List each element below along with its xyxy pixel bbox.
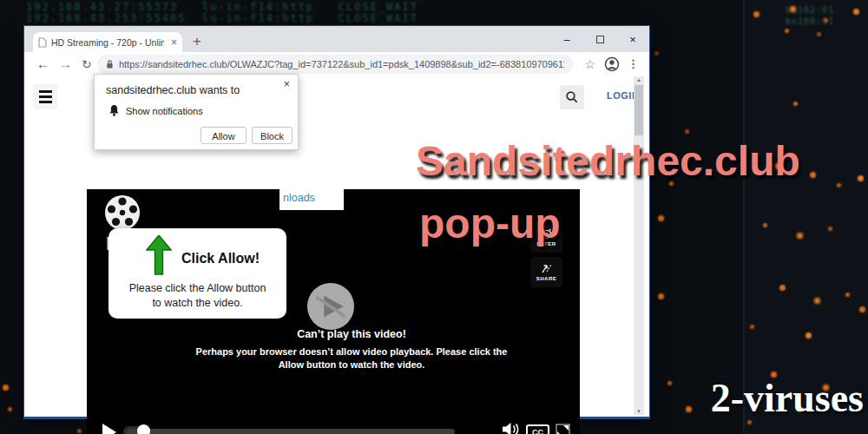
notification-bell-icon <box>108 104 120 117</box>
progress-handle[interactable] <box>137 424 150 434</box>
background-divider <box>743 0 745 434</box>
new-tab-button[interactable]: + <box>193 31 201 52</box>
tooltip-text: to watch the video. <box>108 297 286 309</box>
scroll-up-icon[interactable]: ▲ <box>634 77 644 82</box>
menu-button[interactable] <box>33 84 57 109</box>
profile-avatar-icon <box>604 56 620 72</box>
volume-button[interactable] <box>502 422 521 434</box>
tooltip-title: Click Allow! <box>181 251 260 266</box>
maximize-button[interactable] <box>583 33 616 46</box>
share-label: SHARE <box>536 276 557 281</box>
volume-icon <box>502 422 521 434</box>
terminal-text-line: 192.168.43.253:55405 lu-in-f14:http CLOS… <box>26 12 418 24</box>
tab-close-icon[interactable]: × <box>171 37 177 48</box>
padlock-icon <box>106 59 114 69</box>
downloads-link-label: nloads <box>283 192 315 204</box>
terminal-text-line: bu100:01 <box>786 16 834 26</box>
background-panel <box>745 0 868 434</box>
browser-tab[interactable]: HD Streaming - 720p - Unlimitec × <box>33 32 182 52</box>
scroll-down-icon[interactable]: ▼ <box>634 409 644 414</box>
maximize-icon <box>596 36 604 43</box>
block-button[interactable]: Block <box>252 127 293 144</box>
progress-bar[interactable] <box>127 429 455 434</box>
browser-titlebar: HD Streaming - 720p - Unlimitec × + – × <box>24 26 649 52</box>
watermark-title-line2: pop-up <box>419 200 561 247</box>
player-error-message: Can’t play this video! Perhaps your brow… <box>87 328 580 372</box>
dialog-close-icon[interactable]: × <box>283 77 290 90</box>
url-bar[interactable]: https://sandsitedrhec.club/OLWAZJC?tag_i… <box>97 55 573 74</box>
play-button[interactable] <box>102 424 116 434</box>
reload-button[interactable]: ↻ <box>82 52 92 76</box>
click-allow-tooltip: Click Allow! Please click the Allow butt… <box>108 228 286 319</box>
permission-text: Show notifications <box>126 106 203 116</box>
profile-icon[interactable] <box>604 56 620 76</box>
brand-watermark: 2-viruses <box>711 375 864 421</box>
broken-play-icon[interactable] <box>306 281 356 335</box>
notification-permission-dialog: sandsitedrhec.club wants to × Show notif… <box>94 74 299 150</box>
terminal-text-line: bu102:01 <box>786 5 834 15</box>
fullscreen-icon <box>556 424 570 434</box>
error-line: Perhaps your browser doesn’t allow video… <box>123 345 580 358</box>
captions-button[interactable]: CC <box>526 424 549 434</box>
downloads-link[interactable]: nloads <box>279 184 344 210</box>
terminal-text-line: 192.168.43.27:55373 lu-in-f14:http CLOSE… <box>26 1 418 13</box>
window-controls: – × <box>550 26 649 52</box>
browser-menu-icon[interactable]: ⋮ <box>628 52 639 76</box>
hamburger-bar <box>39 90 52 93</box>
error-title: Can’t play this video! <box>123 328 580 340</box>
scrollbar-thumb[interactable] <box>635 85 643 135</box>
error-line: Allow button to watch the video. <box>123 358 580 372</box>
background-dots <box>0 0 3 3</box>
screenshot-root: 192.168.43.27:55373 lu-in-f14:http CLOSE… <box>0 0 868 434</box>
url-text: https://sandsitedrhec.club/OLWAZJC?tag_i… <box>119 59 564 69</box>
hamburger-bar <box>39 101 52 103</box>
fullscreen-button[interactable] <box>556 424 570 434</box>
bookmark-star-icon[interactable]: ☆ <box>584 52 595 76</box>
minimize-button[interactable]: – <box>550 33 583 46</box>
hamburger-bar <box>39 95 52 98</box>
green-up-arrow-icon <box>146 235 172 275</box>
page-favicon-icon <box>38 37 47 48</box>
close-button[interactable]: × <box>616 33 649 46</box>
back-button[interactable]: ← <box>36 52 49 76</box>
share-icon <box>541 263 553 274</box>
forward-button[interactable]: → <box>59 52 72 76</box>
tooltip-text: Please click the Allow button <box>108 282 286 294</box>
share-button[interactable]: SHARE <box>530 257 562 287</box>
search-icon <box>565 90 579 104</box>
tab-title: HD Streaming - 720p - Unlimitec <box>51 37 164 48</box>
watermark-title-line1: Sandsitedrhec.club <box>416 137 800 185</box>
film-reel-icon <box>102 193 142 233</box>
page-scrollbar[interactable]: ▲ ▼ <box>634 76 644 415</box>
dialog-title: sandsitedrhec.club wants to <box>106 84 240 96</box>
allow-button[interactable]: Allow <box>201 127 247 144</box>
search-button[interactable] <box>560 85 584 109</box>
